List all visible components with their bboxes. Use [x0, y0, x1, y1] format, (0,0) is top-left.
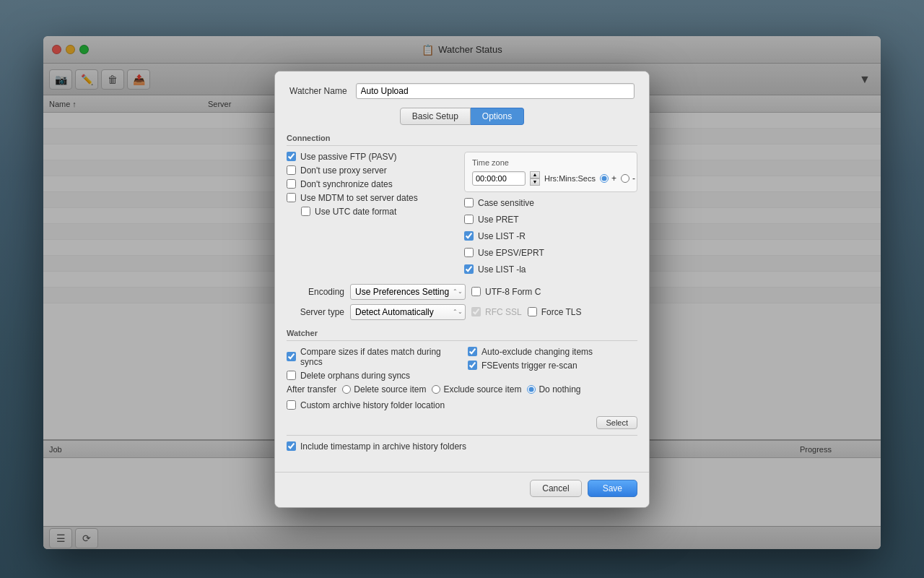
time-input[interactable] — [472, 171, 526, 186]
select-button[interactable]: Select — [596, 416, 637, 429]
radio-exclude[interactable] — [432, 385, 440, 394]
checkbox-utc-label: Use UTC date format — [315, 207, 396, 217]
checkbox-proxy[interactable] — [287, 165, 296, 175]
encoding-select-wrapper: Use Preferences Setting UTF-8 ASCII ISO-… — [350, 284, 466, 300]
watcher-name-row: Watcher Name — [289, 83, 635, 99]
tab-bar: Basic Setup Options — [289, 108, 635, 125]
watcher-section: Watcher Compare sizes if dates match dur… — [287, 329, 637, 452]
encoding-select[interactable]: Use Preferences Setting UTF-8 ASCII ISO-… — [350, 284, 466, 300]
checkbox-row-rfc-ssl: RFC SSL — [471, 307, 522, 317]
checkbox-row-fsevents: FSEvents trigger re-scan — [468, 361, 637, 371]
checkbox-timestamp[interactable] — [287, 441, 296, 451]
checkbox-sync-dates-label: Don't synchronize dates — [300, 179, 393, 189]
radio-plus[interactable] — [600, 174, 609, 183]
connection-left: Use passive FTP (PASV) Don't use proxy s… — [287, 152, 453, 278]
checkbox-row-compare-sizes: Compare sizes if dates match during sync… — [287, 347, 456, 367]
watcher-right: Auto-exclude changing items FSEvents tri… — [468, 347, 637, 384]
timezone-hrs-label: Hrs:Mins:Secs — [544, 174, 596, 183]
connection-section: Connection Use passive FTP (PASV) Don't … — [287, 134, 637, 320]
connection-section-title: Connection — [287, 134, 637, 146]
stepper-up[interactable]: ▲ — [530, 171, 540, 178]
checkbox-row-sync-dates: Don't synchronize dates — [287, 179, 453, 189]
checkbox-epsv-label: Use EPSV/EPRT — [478, 248, 544, 258]
checkbox-delete-orphans-label: Delete orphans during syncs — [300, 371, 410, 381]
checkbox-case[interactable] — [464, 198, 474, 207]
checkbox-listr[interactable] — [464, 231, 474, 241]
radio-nothing[interactable] — [527, 385, 536, 394]
checkbox-row-pret: Use PRET — [464, 215, 637, 225]
radio-delete[interactable] — [342, 385, 351, 394]
radio-exclude-label: Exclude source item — [443, 384, 521, 394]
radio-minus-label: - — [632, 173, 635, 184]
server-type-select-wrapper: Detect Automatically FTP SFTP WebDAV — [350, 304, 466, 320]
watcher-section-title: Watcher — [287, 329, 637, 341]
server-type-row: Server type Detect Automatically FTP SFT… — [287, 304, 637, 320]
checkbox-row-utf8c: UTF-8 Form C — [471, 287, 541, 297]
checkbox-sync-dates[interactable] — [287, 179, 296, 189]
watcher-grid: Compare sizes if dates match during sync… — [287, 347, 637, 384]
tab-basic-setup[interactable]: Basic Setup — [400, 108, 471, 125]
checkbox-epsv[interactable] — [464, 248, 474, 257]
checkbox-utf8c[interactable] — [471, 287, 481, 296]
checkbox-pasv-label: Use passive FTP (PASV) — [300, 152, 397, 162]
radio-plus-label: + — [611, 173, 616, 184]
timezone-title: Time zone — [472, 158, 629, 167]
checkbox-row-proxy: Don't use proxy server — [287, 165, 453, 176]
after-transfer-row: After transfer Delete source item Exclud… — [287, 384, 637, 394]
server-type-select[interactable]: Detect Automatically FTP SFTP WebDAV — [350, 304, 466, 320]
watcher-name-input[interactable] — [356, 83, 635, 99]
cancel-button[interactable]: Cancel — [530, 480, 581, 497]
checkbox-mdtm-label: Use MDTM to set server dates — [300, 193, 418, 203]
checkbox-force-tls-label: Force TLS — [541, 307, 582, 317]
checkbox-delete-orphans[interactable] — [287, 371, 296, 380]
checkbox-row-force-tls: Force TLS — [528, 307, 582, 317]
checkbox-auto-exclude-label: Auto-exclude changing items — [481, 347, 593, 357]
checkbox-utf8c-label: UTF-8 Form C — [485, 287, 541, 297]
dialog-footer: Cancel Save — [275, 472, 649, 507]
checkbox-row-listla: Use LIST -la — [464, 264, 637, 275]
checkbox-force-tls[interactable] — [528, 307, 537, 316]
checkbox-mdtm[interactable] — [287, 193, 296, 202]
checkbox-row-pasv: Use passive FTP (PASV) — [287, 152, 453, 162]
checkbox-listla[interactable] — [464, 264, 474, 274]
archive-row: Custom archive history folder location — [287, 400, 637, 410]
checkbox-case-label: Case sensitive — [478, 198, 534, 208]
radio-group-exclude: Exclude source item — [432, 384, 521, 394]
encoding-label: Encoding — [287, 287, 344, 297]
checkbox-compare-sizes[interactable] — [287, 352, 296, 361]
checkbox-rfc-ssl[interactable] — [471, 307, 481, 316]
checkbox-row-case: Case sensitive — [464, 198, 637, 208]
checkbox-row-mdtm: Use MDTM to set server dates — [287, 193, 453, 203]
checkbox-utc[interactable] — [301, 207, 310, 216]
watcher-name-label: Watcher Name — [289, 86, 347, 96]
checkbox-fsevents-label: FSEvents trigger re-scan — [481, 361, 578, 371]
radio-minus[interactable] — [621, 174, 629, 183]
checkbox-auto-exclude[interactable] — [468, 347, 477, 356]
connection-right: Time zone ▲ ▼ Hrs:Mins:Secs — [464, 152, 637, 278]
checkbox-row-delete-orphans: Delete orphans during syncs — [287, 371, 456, 381]
checkbox-archive[interactable] — [287, 400, 296, 410]
checkbox-timestamp-label: Include timestamp in archive history fol… — [300, 441, 466, 452]
checkbox-pret[interactable] — [464, 215, 474, 224]
right-checkboxes: Case sensitive Use PRET Use LIST -R — [464, 198, 637, 278]
timezone-section: Time zone ▲ ▼ Hrs:Mins:Secs — [464, 152, 637, 192]
radio-nothing-label: Do nothing — [539, 384, 580, 394]
checkbox-row-auto-exclude: Auto-exclude changing items — [468, 347, 637, 357]
checkbox-row-utc: Use UTC date format — [287, 207, 453, 217]
checkbox-proxy-label: Don't use proxy server — [300, 165, 387, 176]
connection-grid: Use passive FTP (PASV) Don't use proxy s… — [287, 152, 637, 278]
checkbox-row-listr: Use LIST -R — [464, 231, 637, 241]
checkbox-row-epsv: Use EPSV/EPRT — [464, 248, 637, 258]
modal-overlay: Watcher Name Basic Setup Options Connect… — [0, 0, 924, 578]
checkbox-fsevents[interactable] — [468, 361, 477, 370]
tab-options[interactable]: Options — [471, 108, 524, 125]
checkbox-pasv[interactable] — [287, 152, 296, 161]
checkbox-pret-label: Use PRET — [478, 215, 519, 225]
radio-group-delete: Delete source item — [342, 384, 426, 394]
radio-group-plus: + — [600, 173, 616, 184]
stepper-down[interactable]: ▼ — [530, 178, 540, 186]
time-stepper: ▲ ▼ — [530, 171, 540, 186]
checkbox-archive-label: Custom archive history folder location — [300, 400, 445, 410]
encoding-row: Encoding Use Preferences Setting UTF-8 A… — [287, 284, 637, 300]
save-button[interactable]: Save — [588, 480, 637, 497]
